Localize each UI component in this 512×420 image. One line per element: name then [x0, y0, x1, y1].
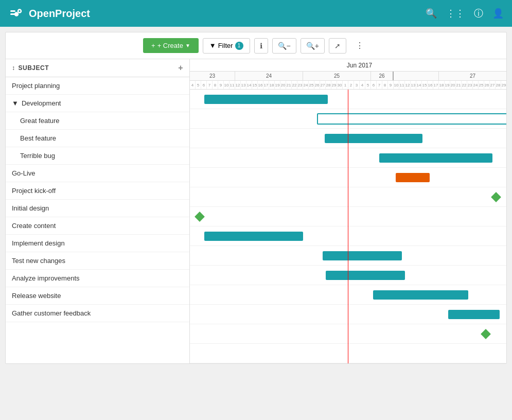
task-row-project-planning[interactable]: Project planning: [6, 77, 189, 95]
filter-label: Filter: [218, 42, 233, 49]
bar-project-planning: [204, 95, 328, 104]
logo-text: OpenProject: [29, 8, 90, 20]
task-row-implement-design[interactable]: Implement design: [6, 235, 189, 252]
header-actions: 🔍 ⋮⋮ ⓘ 👤: [426, 7, 504, 20]
bar-terrible-bug: [396, 173, 430, 182]
gantt-row-terrible-bug: [190, 168, 506, 187]
more-icon: ⋮: [356, 41, 364, 50]
gantt-grid: [190, 90, 506, 363]
task-row-best-feature[interactable]: Best feature: [6, 130, 189, 147]
create-label: + Create: [157, 42, 183, 49]
gantt-header: Jun 2017 23 24 25 26 27 28: [190, 59, 506, 90]
gantt-row-test-new-changes: [190, 285, 506, 305]
zoom-in-icon: 🔍+: [306, 42, 319, 50]
bar-create-content: [323, 251, 402, 260]
days-row: // Will generate via JS below 4567891011…: [190, 81, 506, 89]
gantt-month-label: Jun 2017: [190, 59, 506, 71]
create-button[interactable]: + + Create ▼: [143, 38, 199, 53]
gantt-month-row: Jun 2017: [190, 59, 506, 72]
main-container: + + Create ▼ ▼ Filter 1 ℹ 🔍− 🔍+ ➚ ⋮: [5, 32, 507, 364]
week-27: 27: [439, 72, 506, 80]
diamond-go-live: [491, 192, 501, 202]
filter-icon: ▼: [209, 42, 216, 49]
diamond-release-website: [481, 329, 491, 339]
gantt-row-go-live: [190, 187, 506, 207]
gantt-row-release-website: [190, 324, 506, 344]
toolbar: + + Create ▼ ▼ Filter 1 ℹ 🔍− 🔍+ ➚ ⋮: [6, 32, 506, 59]
gantt-row-initial-design: [190, 226, 506, 246]
task-row-release-website[interactable]: Release website: [6, 287, 189, 305]
filter-button[interactable]: ▼ Filter 1: [203, 38, 250, 54]
week-26-left: 26: [371, 72, 394, 80]
diamond-project-kickoff: [195, 212, 205, 222]
zoom-out-button[interactable]: 🔍−: [272, 38, 296, 54]
task-row-great-feature[interactable]: Great feature: [6, 112, 189, 130]
zoom-out-icon: 🔍−: [278, 42, 291, 50]
svg-point-2: [18, 10, 21, 13]
gantt-row-implement-design: [190, 266, 506, 285]
help-icon[interactable]: ⓘ: [474, 7, 483, 20]
fullscreen-icon: ➚: [334, 42, 341, 50]
bar-great-feature: [325, 134, 422, 143]
info-icon: ℹ: [260, 42, 262, 50]
gantt-row-analyze-improvements: [190, 305, 506, 324]
task-row-gather-feedback[interactable]: Gather customer feedback: [6, 305, 189, 322]
task-row-development[interactable]: ▼ Development: [6, 95, 189, 112]
gantt-row-development: [190, 109, 506, 129]
add-subject-icon[interactable]: +: [178, 63, 183, 73]
task-row-analyze-improvements[interactable]: Analyze improvements: [6, 270, 189, 287]
subject-sort-icon: ↕: [12, 64, 15, 72]
grid-icon[interactable]: ⋮⋮: [446, 8, 465, 19]
bar-implement-design: [326, 271, 405, 280]
zoom-in-button[interactable]: 🔍+: [301, 38, 325, 54]
bar-test-new-changes: [373, 290, 468, 300]
more-button[interactable]: ⋮: [350, 38, 369, 54]
task-row-project-kickoff[interactable]: Project kick-off: [6, 182, 189, 200]
gantt-row-create-content: [190, 246, 506, 266]
logo-icon: [8, 5, 25, 22]
gantt-row-project-planning: [190, 90, 506, 109]
gantt-row-gather-feedback: [190, 344, 506, 363]
week-24: 24: [235, 72, 303, 80]
task-row-terrible-bug[interactable]: Terrible bug: [6, 147, 189, 165]
task-row-go-live[interactable]: Go-Live: [6, 165, 189, 182]
fullscreen-button[interactable]: ➚: [329, 38, 346, 54]
gantt-row-best-feature: [190, 148, 506, 168]
subject-panel: ↕ SUBJECT + Project planning ▼ Developme…: [6, 59, 190, 363]
subject-label: SUBJECT: [19, 64, 49, 72]
task-label-development: Development: [22, 99, 61, 107]
bar-analyze-improvements: [448, 310, 500, 319]
gantt-row-project-kickoff: [190, 207, 506, 226]
week-25: 25: [303, 72, 371, 80]
task-row-create-content[interactable]: Create content: [6, 217, 189, 235]
app-header: OpenProject 🔍 ⋮⋮ ⓘ 👤: [0, 0, 512, 27]
subject-header: ↕ SUBJECT +: [6, 59, 189, 77]
bar-development: [317, 113, 506, 125]
gantt-row-great-feature: [190, 129, 506, 148]
svg-rect-0: [10, 10, 15, 12]
plus-icon: +: [151, 42, 155, 49]
subject-header-left: ↕ SUBJECT: [12, 64, 49, 72]
bar-best-feature: [379, 153, 492, 163]
bar-initial-design: [204, 232, 303, 241]
task-row-initial-design[interactable]: Initial design: [6, 200, 189, 217]
collapse-icon: ▼: [12, 99, 19, 107]
gantt-panel[interactable]: Jun 2017 23 24 25 26 27 28: [190, 59, 506, 363]
app-logo: OpenProject: [8, 5, 90, 22]
task-row-test-new-changes[interactable]: Test new changes: [6, 252, 189, 270]
week-23: 23: [190, 72, 235, 80]
info-button[interactable]: ℹ: [254, 38, 268, 54]
gantt-inner: Jun 2017 23 24 25 26 27 28: [190, 59, 506, 363]
user-icon[interactable]: 👤: [492, 8, 504, 19]
filter-badge: 1: [235, 42, 243, 50]
chevron-down-icon: ▼: [185, 43, 190, 48]
week-26-right: [394, 72, 439, 80]
search-icon[interactable]: 🔍: [426, 8, 437, 19]
content-area: ↕ SUBJECT + Project planning ▼ Developme…: [6, 59, 506, 363]
